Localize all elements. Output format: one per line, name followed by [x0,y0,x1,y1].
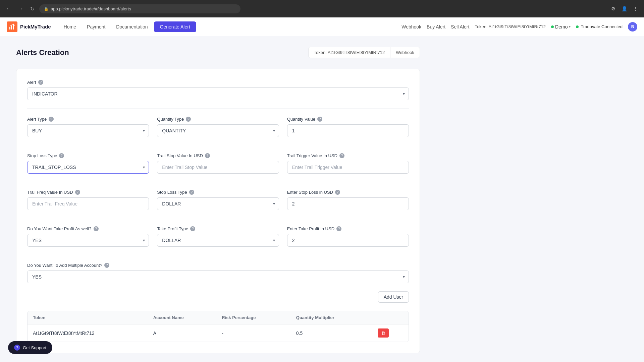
col-risk-percentage: Risk Percentage [216,311,291,324]
form-section: Alert ? INDICATOR Alert Type ? BUY [16,69,420,353]
cell-token: At1tGt9tTt8tWtEt8tYtMtRt712 [28,324,148,342]
lock-icon: 🔒 [44,7,49,11]
back-button[interactable]: ← [4,4,13,13]
trail-stop-value-input[interactable] [157,161,279,174]
take-profit-type-help-icon[interactable]: ? [190,226,195,231]
take-profit-type-field: Take Profit Type ? DOLLAR [157,226,279,247]
avatar[interactable]: B [628,22,637,32]
stop-loss-type-field: Stop Loss Type ? TRAIL_STOP_LOSS [27,153,149,174]
demo-green-dot [551,25,554,28]
browser-menu-btn[interactable]: ⋮ [631,5,640,13]
enter-stop-loss-input[interactable] [287,197,409,210]
quantity-type-field: Quantity Type ? QUANTITY [157,117,279,137]
enter-stop-loss-help-icon[interactable]: ? [335,190,340,195]
support-button[interactable]: ? Get Support [8,341,52,354]
stop-loss-type-select[interactable]: TRAIL_STOP_LOSS [27,161,149,174]
address-bar[interactable]: 🔒 app.pickmytrade.trade/#/dashboard/aler… [39,4,240,13]
browser-chrome: ← → ↻ 🔒 app.pickmytrade.trade/#/dashboar… [0,0,644,17]
quantity-type-select[interactable]: QUANTITY [157,124,279,137]
demo-chevron-icon: ▾ [569,25,571,28]
row-take-profit: Do You Want Take Profit As well? ? YES T… [27,226,409,255]
browser-profile-btn[interactable]: 👤 [620,5,629,13]
app-header: PickMyTrade Home Payment Documentation G… [0,17,644,36]
quantity-value-field: Quantity Value ? [287,117,409,137]
header-right: Webhook Buy Alert Sell Alert Token: At1t… [401,22,637,32]
forward-button[interactable]: → [16,4,25,13]
table-header: Token Account Name Risk Percentage Quant… [28,311,409,324]
users-table: Token Account Name Risk Percentage Quant… [28,311,409,342]
col-quantity-multiplier: Quantity Multiplier [291,311,372,324]
take-profit-type-select-wrapper: DOLLAR [157,234,279,247]
tradovate-green-dot [576,25,579,28]
col-token: Token [28,311,148,324]
logo-icon [7,21,17,32]
header-sell-alert-link[interactable]: Sell Alert [451,24,469,29]
quantity-type-select-wrapper: QUANTITY [157,124,279,137]
trail-stop-value-help-icon[interactable]: ? [205,153,210,158]
quantity-type-help-icon[interactable]: ? [186,117,191,122]
add-user-row: Add User [27,291,409,305]
alert-label: Alert ? [27,80,409,85]
refresh-button[interactable]: ↻ [28,4,37,13]
page-token-box: Token: At1tGt9tTt8tWtEt8tYtMtRt712 [309,47,391,58]
multiple-account-select-wrapper: YES [27,270,409,283]
stop-loss-type-select-wrapper: TRAIL_STOP_LOSS [27,161,149,174]
users-table-container: Token Account Name Risk Percentage Quant… [27,311,409,342]
cell-delete: 🗑 [372,324,409,342]
multiple-account-help-icon[interactable]: ? [104,263,109,268]
col-account-name: Account Name [148,311,217,324]
tradovate-status: Tradovate Connected [576,24,623,29]
enter-stop-loss-field: Enter Stop Loss in USD ? [287,190,409,210]
stop-loss-type2-select-wrapper: DOLLAR [157,197,279,210]
multiple-account-select[interactable]: YES [27,270,409,283]
tradovate-label: Tradovate Connected [581,24,623,29]
logo-text: PickMyTrade [20,24,51,29]
demo-label: Demo [555,24,568,29]
nav-documentation[interactable]: Documentation [111,21,152,32]
nav-home[interactable]: Home [59,21,81,32]
page-header-right: Token: At1tGt9tTt8tWtEt8tYtMtRt712 Webho… [308,47,420,58]
take-profit-type-select[interactable]: DOLLAR [157,234,279,247]
cell-risk-percentage: - [216,324,291,342]
header-buy-alert-link[interactable]: Buy Alert [427,24,445,29]
take-profit-select[interactable]: YES [27,234,149,247]
table-body: At1tGt9tTt8tWtEt8tYtMtRt712 A - 0.5 🗑 [28,324,409,342]
alert-help-icon[interactable]: ? [38,80,43,85]
quantity-value-help-icon[interactable]: ? [317,117,322,122]
quantity-value-input[interactable] [287,124,409,137]
take-profit-help-icon[interactable]: ? [94,226,99,231]
enter-take-profit-input[interactable] [287,234,409,247]
alert-select[interactable]: INDICATOR [27,87,409,100]
take-profit-select-wrapper: YES [27,234,149,247]
trail-freq-help-icon[interactable]: ? [75,190,80,195]
delete-row-button[interactable]: 🗑 [378,328,389,338]
browser-extensions-btn[interactable]: ⚙ [609,5,618,13]
nav-payment[interactable]: Payment [82,21,110,32]
trail-trigger-field: Trail Trigger Value In USD ? [287,153,409,174]
alert-type-select[interactable]: BUY [27,124,149,137]
stop-loss-type2-field: Stop Loss Type ? DOLLAR [157,190,279,210]
generate-alert-button[interactable]: Generate Alert [154,21,196,32]
trail-trigger-help-icon[interactable]: ? [339,153,344,158]
alert-select-wrapper: INDICATOR [27,87,409,100]
alert-type-help-icon[interactable]: ? [49,117,54,122]
browser-actions: ⚙ 👤 ⋮ [609,5,640,13]
stop-loss-type2-help-icon[interactable]: ? [189,190,194,195]
page-title: Alerts Creation [16,48,69,57]
trail-trigger-input[interactable] [287,161,409,174]
support-icon: ? [14,345,20,351]
row-stop-loss: Stop Loss Type ? TRAIL_STOP_LOSS Trail S… [27,153,409,182]
demo-dropdown[interactable]: Demo ▾ [551,24,571,29]
trail-freq-field: Trail Freq Value In USD ? [27,190,149,210]
stop-loss-type-help-icon[interactable]: ? [59,153,64,158]
page-header: Alerts Creation Token: At1tGt9tTt8tWtEt8… [16,47,420,58]
col-actions [372,311,409,324]
page-webhook-link[interactable]: Webhook [390,47,420,58]
header-webhook-link[interactable]: Webhook [401,24,421,29]
enter-take-profit-help-icon[interactable]: ? [336,226,341,231]
header-token-display: Token: At1tGt9tTt8tWtEt8tYtMtRt712 [475,24,546,29]
alert-field-group: Alert ? INDICATOR [27,80,409,100]
add-user-button[interactable]: Add User [378,291,409,303]
stop-loss-type2-select[interactable]: DOLLAR [157,197,279,210]
trail-freq-input[interactable] [27,197,149,210]
